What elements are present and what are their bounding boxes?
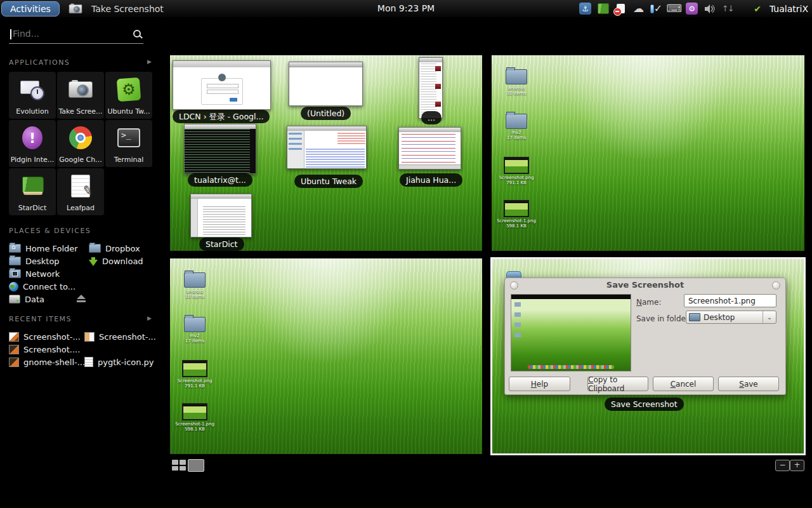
workspace-4[interactable]: Save Screenshot Name: Screenshot-1.png S… [492, 258, 804, 454]
desktop-icon-screenshot[interactable]: Screenshot.png791.1 KB [493, 157, 540, 185]
folder-icon [89, 244, 101, 253]
image-thumbnail-icon [9, 358, 19, 367]
place-data[interactable]: Data [9, 293, 44, 305]
app-ubuntu-tweak[interactable]: ⚙ Ubuntu Tw... [105, 72, 152, 119]
image-thumbnail-icon [9, 332, 19, 342]
app-pidgin[interactable]: ! Pidgin Inte... [9, 120, 56, 167]
text-file-icon [84, 357, 93, 367]
ubuntu-tweak-icon: ⚙ [105, 75, 152, 104]
add-workspace-button[interactable]: + [790, 460, 804, 471]
place-network[interactable]: Network [9, 268, 60, 279]
dropbox-icon[interactable]: ✓ [650, 3, 662, 15]
window-label-chat: Jiahua Hua... [400, 173, 462, 187]
volume-icon[interactable] [704, 3, 716, 15]
evolution-icon [9, 75, 56, 104]
camera-icon [57, 75, 104, 104]
window-label-save-screenshot: Save Screenshot [605, 398, 684, 411]
window-untitled[interactable] [289, 62, 363, 106]
workspace-grid-view-button[interactable] [172, 460, 186, 471]
stardict-tray-icon[interactable] [597, 3, 609, 15]
cancel-button[interactable]: Cancel [653, 377, 714, 391]
recent-item[interactable]: Screenshot.... [9, 344, 80, 355]
place-dropbox[interactable]: Dropbox [89, 243, 140, 254]
workspace-3[interactable]: android10 items mv217 items Screenshot.p… [170, 258, 482, 454]
app-take-screenshot[interactable]: Take Scree... [57, 72, 104, 119]
window-browser[interactable] [173, 60, 271, 110]
save-button[interactable]: Save [718, 377, 779, 391]
desktop-icon-screenshot[interactable]: Screenshot.png791.1 KB [171, 360, 218, 389]
leafpad-icon: ✎ [57, 171, 104, 201]
app-google-chrome[interactable]: Google Ch... [57, 120, 104, 167]
terminal-icon: >_ [105, 123, 152, 152]
copy-to-clipboard-button[interactable]: Copy to Clipboard [587, 377, 648, 391]
busy-note-icon[interactable] [615, 3, 627, 15]
image-thumbnail-icon [504, 157, 529, 174]
input-method-icon[interactable]: ⌨ [668, 3, 680, 15]
remove-workspace-button[interactable]: − [775, 460, 790, 471]
window-label-browser: LDCN › 登录 - Googl... [173, 110, 270, 123]
folder-dropdown[interactable]: Desktop ⌄ [686, 311, 776, 324]
gnome-shell-overview: Activities Take Screenshot Mon 9:23 PM ⚓… [0, 0, 812, 508]
image-thumbnail-icon [504, 200, 529, 217]
window-buddy-list[interactable] [419, 57, 443, 119]
app-terminal[interactable]: >_ Terminal [105, 120, 152, 167]
recent-item[interactable]: Screenshot-... [9, 331, 81, 342]
applications-expand-icon[interactable]: ▶ [147, 58, 152, 65]
system-tray: ⚓ ☁ ✓ ⌨ ⚙ ↑↓ ✔ TualatriX [579, 0, 808, 17]
recent-item[interactable]: gnome-shell-... [9, 356, 85, 368]
folder-icon [506, 114, 527, 129]
drive-icon [9, 295, 20, 304]
window-stardict[interactable] [190, 194, 252, 237]
network-arrows-icon[interactable]: ↑↓ [721, 3, 733, 15]
desktop-icon-folder[interactable]: android10 items [171, 272, 218, 299]
workspace-1[interactable]: LDCN › 登录 - Googl... (Untitled) ... tual… [170, 55, 482, 251]
desktop-icon-folder[interactable]: mv217 items [493, 114, 540, 140]
user-check-icon: ✔ [754, 4, 761, 14]
search-icon [133, 30, 141, 37]
wordpress-login-card [201, 78, 243, 105]
anchor-icon[interactable]: ⚓ [579, 3, 591, 15]
app-stardict[interactable]: StarDict [9, 168, 56, 215]
recent-item[interactable]: Screenshot-... [84, 331, 156, 342]
window-terminal[interactable] [184, 124, 256, 174]
place-desktop[interactable]: Desktop [9, 255, 60, 267]
screenshot-preview [511, 294, 631, 371]
recent-item[interactable]: pygtk-icon.py [84, 356, 154, 368]
desktop-icon-folder[interactable]: mv217 items [171, 317, 218, 344]
window-ubuntu-tweak[interactable] [287, 126, 367, 169]
name-field[interactable]: Screenshot-1.png [684, 294, 776, 307]
app-leafpad[interactable]: ✎ Leafpad [57, 168, 104, 215]
workspace-linear-view-button[interactable] [188, 459, 204, 472]
recent-header: RECENT ITEMS [9, 315, 72, 323]
place-download[interactable]: Download [89, 255, 143, 267]
user-menu[interactable]: TualatriX [769, 4, 808, 14]
save-screenshot-dialog[interactable]: Save Screenshot Name: Screenshot-1.png S… [504, 277, 786, 395]
app-evolution[interactable]: Evolution [9, 72, 56, 119]
save-in-folder-label: Save in folder: [636, 314, 691, 323]
stardict-icon [9, 171, 56, 201]
workspace-2[interactable]: android10 items mv217 items Screenshot.p… [492, 55, 804, 251]
places-header: PLACES & DEVICES [9, 227, 91, 235]
image-thumbnail-icon [84, 332, 95, 342]
desktop-icon-folder[interactable]: android10 items [493, 69, 540, 96]
window-label-buddy-list: ... [421, 111, 442, 124]
applications-header: APPLICATIONS [9, 58, 70, 67]
chevron-down-icon[interactable]: ⌄ [763, 311, 776, 323]
window-chat[interactable] [398, 127, 461, 170]
place-home-folder[interactable]: Home Folder [9, 243, 78, 254]
globe-icon [9, 282, 18, 291]
network-folder-icon [9, 269, 21, 278]
window-label-terminal: tualatrix@t... [188, 173, 252, 187]
recent-expand-icon[interactable]: ▶ [147, 315, 152, 321]
cloud-icon[interactable]: ☁ [632, 3, 645, 15]
eject-icon[interactable] [76, 295, 86, 302]
ubuntu-tweak-tray-icon[interactable]: ⚙ [686, 3, 698, 15]
help-button[interactable]: Help [509, 377, 570, 391]
folder-icon [9, 257, 21, 265]
search-input[interactable] [11, 28, 128, 39]
desktop-icon-screenshot[interactable]: Screenshot-1.png598.1 KB [171, 403, 218, 432]
home-folder-icon [9, 244, 21, 253]
place-connect-to[interactable]: Connect to... [9, 281, 75, 292]
desktop-icon-screenshot[interactable]: Screenshot-1.png598.1 KB [493, 200, 540, 229]
search-box[interactable] [9, 27, 143, 44]
